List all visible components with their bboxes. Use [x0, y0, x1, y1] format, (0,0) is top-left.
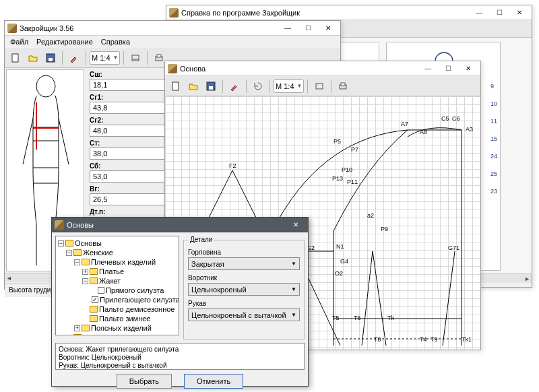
- app-icon: [7, 24, 17, 33]
- basis-toolbar: М 1:4 ▼: [165, 76, 480, 96]
- maximize-button[interactable]: ☐: [298, 22, 317, 34]
- chevron-down-icon: ▼: [113, 55, 119, 61]
- separator: [147, 51, 148, 65]
- rotate-icon[interactable]: [250, 78, 266, 94]
- help-titlebar[interactable]: Справка по программе Закройщик — ☐ ✕: [166, 5, 532, 20]
- svg-rect-5: [49, 58, 53, 61]
- svg-point-9: [36, 75, 55, 97]
- dialog-buttons: Выбрать Отменить: [52, 370, 308, 392]
- dialog-body: −Основы −Женские −Плечевых изделий +Плат…: [52, 232, 308, 343]
- dialog-title: Основы: [67, 221, 285, 229]
- separator: [331, 79, 331, 93]
- open-icon[interactable]: [25, 50, 41, 66]
- svg-text:P7: P7: [351, 146, 358, 153]
- combo-neckline[interactable]: Закрытая▼: [188, 257, 300, 270]
- basis-title: Основа: [180, 65, 417, 73]
- minimize-button[interactable]: —: [470, 7, 488, 19]
- svg-text:F2: F2: [229, 162, 236, 169]
- main-titlebar[interactable]: Закройщик 3.56 — ☐ ✕: [5, 21, 340, 36]
- chevron-down-icon: ▼: [291, 286, 296, 292]
- svg-text:T8: T8: [374, 336, 381, 343]
- svg-text:Tk1: Tk1: [462, 336, 472, 343]
- close-button[interactable]: ✕: [459, 63, 478, 75]
- separator: [86, 51, 86, 65]
- label-neckline: Горловина: [188, 249, 300, 256]
- details-group: Детали Горловина Закрытая▼ Воротник Цель…: [183, 240, 305, 339]
- svg-text:P10: P10: [342, 166, 352, 173]
- print-icon[interactable]: [335, 78, 351, 94]
- chevron-down-icon: ▼: [297, 83, 303, 89]
- close-button[interactable]: ✕: [286, 219, 305, 231]
- page-setup-icon[interactable]: [311, 78, 327, 94]
- menu-help[interactable]: Справка: [101, 38, 130, 46]
- cancel-button[interactable]: Отменить: [184, 374, 243, 389]
- info-box: Основа: Жакет прилегающего силуэта Ворот…: [55, 343, 305, 370]
- svg-text:P13: P13: [332, 175, 343, 182]
- svg-text:P5: P5: [334, 138, 341, 145]
- separator: [222, 79, 223, 93]
- svg-text:A7: A7: [401, 121, 408, 127]
- combo-collar[interactable]: Цельнокроеный▼: [188, 283, 300, 296]
- minimize-button[interactable]: —: [418, 63, 437, 75]
- pattern-tree[interactable]: −Основы −Женские −Плечевых изделий +Плат…: [55, 236, 179, 335]
- app-icon: [169, 8, 179, 18]
- zoom-dropdown[interactable]: М 1:4 ▼: [90, 51, 120, 65]
- svg-text:P9: P9: [381, 226, 388, 232]
- page-setup-icon[interactable]: [127, 50, 144, 66]
- separator: [246, 79, 247, 93]
- svg-text:T4: T4: [420, 336, 427, 343]
- svg-text:a2: a2: [367, 212, 374, 219]
- app-icon: [168, 64, 177, 73]
- svg-rect-8: [157, 55, 161, 57]
- svg-text:N1: N1: [336, 243, 344, 250]
- label-collar: Воротник: [188, 274, 300, 282]
- svg-text:P11: P11: [347, 178, 358, 185]
- menu-edit[interactable]: Редактирование: [36, 38, 93, 46]
- select-button[interactable]: Выбрать: [117, 374, 172, 389]
- svg-text:T6: T6: [354, 315, 361, 321]
- separator: [307, 79, 308, 93]
- zoom-label: М 1:4: [92, 54, 110, 62]
- svg-text:Tk: Tk: [387, 315, 394, 321]
- save-icon[interactable]: [203, 78, 219, 94]
- svg-rect-13: [316, 84, 323, 89]
- details-legend: Детали: [188, 236, 214, 243]
- close-button[interactable]: ✕: [510, 7, 529, 19]
- zoom-label: М 1:4: [276, 82, 294, 90]
- close-button[interactable]: ✕: [319, 22, 338, 34]
- checkbox-straight[interactable]: [98, 287, 104, 294]
- zoom-dropdown[interactable]: М 1:4 ▼: [274, 79, 304, 93]
- save-icon[interactable]: [42, 50, 59, 66]
- dialog-titlebar[interactable]: Основы ✕: [52, 218, 308, 232]
- basis-titlebar[interactable]: Основа — ☐ ✕: [165, 61, 480, 76]
- checkbox-fitted[interactable]: ✓: [92, 296, 98, 303]
- maximize-button[interactable]: ☐: [439, 63, 457, 75]
- basis-dialog: Основы ✕ −Основы −Женские −Плечевых изде…: [51, 217, 309, 387]
- brush-icon[interactable]: [66, 50, 82, 66]
- status-text: Высота груди: [9, 286, 51, 294]
- svg-rect-3: [12, 54, 18, 62]
- svg-rect-15: [341, 83, 345, 86]
- svg-text:G4: G4: [340, 258, 348, 265]
- open-icon[interactable]: [185, 78, 201, 94]
- main-menubar: Файл Редактирование Справка: [5, 36, 340, 48]
- brush-icon[interactable]: [226, 78, 243, 94]
- menu-file[interactable]: Файл: [10, 38, 28, 46]
- measurement-labels: 9 10 11 15 24 25 23: [490, 83, 497, 195]
- svg-text:T5: T5: [332, 315, 340, 321]
- main-title: Закройщик 3.56: [20, 24, 277, 32]
- separator: [62, 51, 63, 65]
- maximize-button[interactable]: ☐: [490, 7, 509, 19]
- label-sleeve: Рукав: [188, 300, 300, 307]
- svg-text:A3: A3: [466, 126, 473, 133]
- new-icon[interactable]: [168, 78, 184, 94]
- svg-text:G71: G71: [448, 244, 459, 251]
- svg-text:A8: A8: [420, 129, 427, 135]
- minimize-button[interactable]: —: [278, 22, 297, 34]
- svg-text:O2: O2: [335, 270, 343, 277]
- combo-sleeve[interactable]: Цельнокроеный с вытачкой▼: [188, 308, 300, 321]
- svg-rect-12: [209, 86, 213, 90]
- chevron-down-icon: ▼: [291, 312, 296, 318]
- new-icon[interactable]: [7, 50, 24, 66]
- svg-text:C5: C5: [441, 115, 449, 122]
